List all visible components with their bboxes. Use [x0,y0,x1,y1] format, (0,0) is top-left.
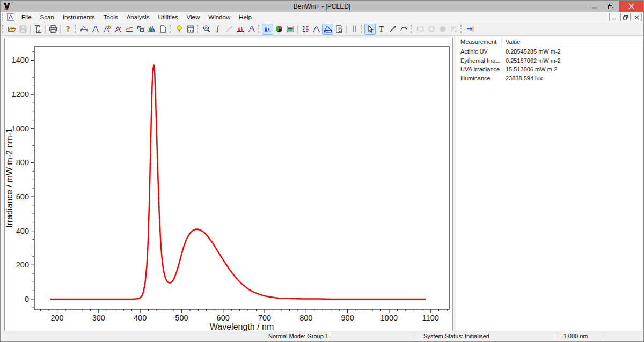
measurement-name: Eythemal Irra... [456,57,502,64]
peak-pick-button[interactable] [235,24,246,35]
peak-button[interactable] [311,24,322,35]
lamp-button[interactable] [173,24,185,35]
toolbar-separator [60,25,61,34]
cursor-icon [366,25,375,33]
peak-list-button[interactable] [299,24,311,35]
save-button[interactable] [17,24,28,35]
svg-text:1000: 1000 [380,314,398,322]
cie-wheel-icon [275,25,283,33]
scan-setup-button[interactable] [78,24,90,35]
main-content: 2003004005006007008009001000110002004006… [1,36,643,331]
spectrum-chart-panel[interactable]: 2003004005006007008009001000110002004006… [4,38,453,331]
svg-text:?: ? [66,25,70,33]
help-button[interactable]: ? [62,24,74,35]
window-title: BenWin+ - [PCLED] [1,3,643,10]
measurement-row[interactable]: Illuminance23838.594 lux [456,74,643,83]
menu-help[interactable]: Help [235,13,256,21]
text-tool-button[interactable]: T [376,24,387,35]
peak-icon [312,25,321,33]
rect-tool-icon [416,25,425,33]
minimize-button[interactable] [587,1,603,12]
menu-file[interactable]: File [17,13,36,21]
data-table-icon [286,25,295,33]
menu-scan[interactable]: Scan [36,13,58,21]
circle-tool-button[interactable] [437,24,448,35]
ruler-spectrum-icon [324,25,332,33]
integral-button[interactable] [212,24,223,35]
curve-tool-button[interactable] [398,24,409,35]
toolbar-gripper [197,25,199,33]
kinetics-scan-icon [114,25,122,33]
single-scan-button[interactable] [90,24,101,35]
overlay-trace-button[interactable] [123,24,135,35]
menu-view[interactable]: View [182,13,204,21]
calculator-button[interactable] [185,24,196,35]
document-spectrum-icon[interactable] [6,13,15,21]
ruler-spectrum-button[interactable] [322,24,333,35]
peak-width-button[interactable] [246,24,257,35]
percent-tool-button[interactable] [448,24,459,35]
menu-utilities[interactable]: Utilities [154,13,182,21]
print-button[interactable] [47,24,58,35]
measurement-row[interactable]: Actinic UV0.28545285 mW m-2 [456,47,643,56]
graph-view-button[interactable] [262,24,273,35]
zoom-spectrum-button[interactable] [201,24,212,35]
markers-button[interactable] [348,24,360,35]
save-icon [19,25,27,33]
open-icon [8,25,16,33]
open-button[interactable] [6,24,17,35]
markers-icon [350,25,358,33]
cie-wheel-button[interactable] [273,24,284,35]
rect-tool-button[interactable] [414,24,426,35]
cursor-button[interactable] [364,24,376,35]
slope-button[interactable] [223,24,235,35]
report-preview-button[interactable] [333,24,345,35]
measurement-value: 15.513006 mW m-2 [502,66,558,72]
svg-text:400: 400 [134,314,147,322]
restore-button[interactable] [603,1,619,12]
toolbar-separator [297,25,298,34]
kinetics-scan-button[interactable] [112,24,123,35]
overlay-trace-icon [125,25,134,33]
timed-scan-button[interactable] [101,24,112,35]
toolbar-separator [30,25,31,34]
tile-windows-button[interactable] [135,24,146,35]
menu-tools[interactable]: Tools [99,13,122,21]
data-table-button[interactable] [284,24,296,35]
measurement-row[interactable]: UVA Irradiance15.513006 mW m-2 [456,65,643,74]
circle-x-tool-button[interactable] [426,24,437,35]
copy-button[interactable] [32,24,43,35]
goto-wavelength-button[interactable] [464,24,475,35]
child-restore-button[interactable] [620,13,631,21]
child-close-button[interactable] [632,13,642,21]
new-document-button[interactable] [157,24,169,35]
multispectrum-icon [148,25,156,33]
copy-icon [34,25,42,33]
menu-instruments[interactable]: Instruments [58,13,99,21]
menu-window[interactable]: Window [204,13,235,21]
new-document-icon [159,25,167,33]
measurement-value: 0.25167062 mW m-2 [502,57,561,64]
lamp-icon [175,25,184,33]
spectrum-chart[interactable]: 2003004005006007008009001000110002004006… [5,38,452,331]
svg-text:Wavelength / nm: Wavelength / nm [210,322,274,331]
svg-text:600: 600 [16,192,29,201]
percent-tool-icon [450,25,458,33]
zoom-spectrum-icon [202,25,211,33]
peak-width-icon [247,25,256,33]
measurement-name: UVA Irradiance [456,66,502,72]
svg-text:T: T [379,25,384,33]
svg-text:500: 500 [175,314,188,322]
close-button[interactable] [619,1,643,12]
curve-tool-icon [400,25,408,33]
status-system: System Status: Initialised [423,333,489,339]
measurement-name: Actinic UV [456,48,502,55]
calculator-icon [186,25,195,33]
measurement-row[interactable]: Eythemal Irra...0.25167062 mW m-2 [456,56,643,65]
child-minimize-button[interactable] [609,13,619,21]
goto-wavelength-icon [466,25,474,33]
menu-analysis[interactable]: Analysis [122,13,154,21]
line-tool-button[interactable] [387,24,398,35]
line-tool-icon [389,25,397,33]
multispectrum-button[interactable] [146,24,157,35]
